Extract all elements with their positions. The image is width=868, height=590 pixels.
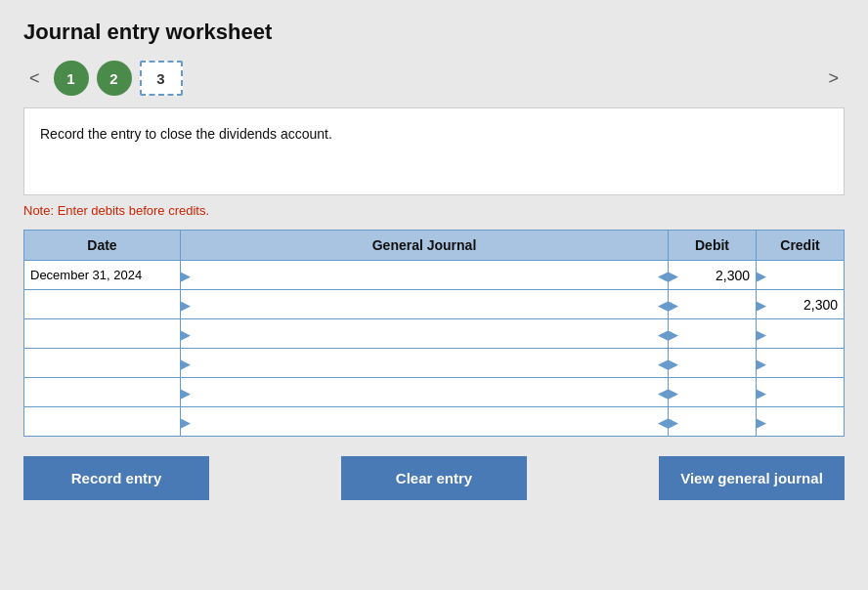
- general-cell-5[interactable]: ▶◀: [181, 407, 669, 437]
- table-row: ▶◀▶▶: [24, 349, 845, 378]
- table-row: December 31, 2024▶◀▶2,300▶: [24, 261, 845, 290]
- general-cell-4[interactable]: ▶◀: [181, 378, 669, 407]
- credit-arrow-icon-3: ▶: [757, 356, 766, 370]
- debit-arrow-icon-3: ▶: [669, 356, 678, 370]
- next-arrow[interactable]: >: [822, 66, 845, 91]
- credit-arrow-icon-5: ▶: [757, 414, 766, 429]
- col-header-general: General Journal: [181, 231, 669, 261]
- general-cell-2[interactable]: ▶◀: [181, 319, 669, 349]
- general-cell-3[interactable]: ▶◀: [181, 349, 669, 378]
- debit-cell-5[interactable]: ▶: [669, 407, 757, 437]
- date-cell-3[interactable]: [24, 349, 181, 378]
- left-arrow-icon-5: ▶: [181, 414, 191, 429]
- clear-entry-button[interactable]: Clear entry: [341, 456, 527, 500]
- right-arrow-icon-4: ◀: [658, 385, 668, 400]
- journal-table: Date General Journal Debit Credit Decemb…: [23, 230, 845, 437]
- view-general-journal-button[interactable]: View general journal: [659, 456, 845, 500]
- debit-arrow-icon-4: ▶: [669, 385, 678, 400]
- right-arrow-icon-2: ◀: [658, 326, 668, 341]
- right-arrow-icon-1: ◀: [658, 297, 668, 312]
- debit-arrow-icon-0: ▶: [669, 268, 678, 282]
- step-navigation: < 1 2 3 >: [23, 61, 845, 96]
- debit-cell-1[interactable]: ▶: [669, 290, 757, 319]
- credit-arrow-icon-0: ▶: [757, 268, 766, 282]
- credit-cell-1[interactable]: ▶2,300: [757, 290, 845, 319]
- step-1-button[interactable]: 1: [54, 61, 89, 96]
- date-cell-0[interactable]: December 31, 2024: [24, 261, 181, 290]
- date-cell-2[interactable]: [24, 319, 181, 349]
- col-header-date: Date: [24, 231, 181, 261]
- right-arrow-icon-5: ◀: [658, 414, 668, 429]
- credit-cell-0[interactable]: ▶: [757, 261, 845, 290]
- page-title: Journal entry worksheet: [23, 20, 845, 45]
- step-3-button[interactable]: 3: [140, 61, 183, 96]
- left-arrow-icon-0: ▶: [181, 268, 191, 282]
- table-row: ▶◀▶▶: [24, 319, 845, 349]
- date-cell-5[interactable]: [24, 407, 181, 437]
- credit-cell-2[interactable]: ▶: [757, 319, 845, 349]
- credit-arrow-icon-4: ▶: [757, 385, 766, 400]
- credit-cell-5[interactable]: ▶: [757, 407, 845, 437]
- general-cell-1[interactable]: ▶◀: [181, 290, 669, 319]
- description-box: Record the entry to close the dividends …: [23, 107, 845, 195]
- credit-arrow-icon-1: ▶: [757, 297, 766, 312]
- date-cell-1[interactable]: [24, 290, 181, 319]
- right-arrow-icon-0: ◀: [658, 268, 668, 282]
- debit-value-0: 2,300: [716, 268, 750, 283]
- debit-cell-4[interactable]: ▶: [669, 378, 757, 407]
- note-text: Note: Enter debits before credits.: [23, 203, 845, 218]
- debit-cell-3[interactable]: ▶: [669, 349, 757, 378]
- debit-cell-2[interactable]: ▶: [669, 319, 757, 349]
- debit-arrow-icon-1: ▶: [669, 297, 678, 312]
- table-row: ▶◀▶▶: [24, 378, 845, 407]
- col-header-debit: Debit: [669, 231, 757, 261]
- left-arrow-icon-4: ▶: [181, 385, 191, 400]
- credit-cell-3[interactable]: ▶: [757, 349, 845, 378]
- general-cell-0[interactable]: ▶◀: [181, 261, 669, 290]
- credit-arrow-icon-2: ▶: [757, 326, 766, 341]
- table-row: ▶◀▶▶: [24, 407, 845, 437]
- prev-arrow[interactable]: <: [23, 66, 46, 91]
- credit-cell-4[interactable]: ▶: [757, 378, 845, 407]
- debit-arrow-icon-5: ▶: [669, 414, 678, 429]
- date-cell-4[interactable]: [24, 378, 181, 407]
- left-arrow-icon-1: ▶: [181, 297, 191, 312]
- debit-cell-0[interactable]: ▶2,300: [669, 261, 757, 290]
- col-header-credit: Credit: [757, 231, 845, 261]
- record-entry-button[interactable]: Record entry: [23, 456, 209, 500]
- step-2-button[interactable]: 2: [97, 61, 132, 96]
- table-row: ▶◀▶▶2,300: [24, 290, 845, 319]
- left-arrow-icon-2: ▶: [181, 326, 191, 341]
- debit-arrow-icon-2: ▶: [669, 326, 678, 341]
- action-buttons: Record entry Clear entry View general jo…: [23, 456, 845, 500]
- left-arrow-icon-3: ▶: [181, 356, 191, 370]
- right-arrow-icon-3: ◀: [658, 356, 668, 370]
- description-text: Record the entry to close the dividends …: [40, 126, 332, 142]
- credit-value-1: 2,300: [803, 297, 838, 313]
